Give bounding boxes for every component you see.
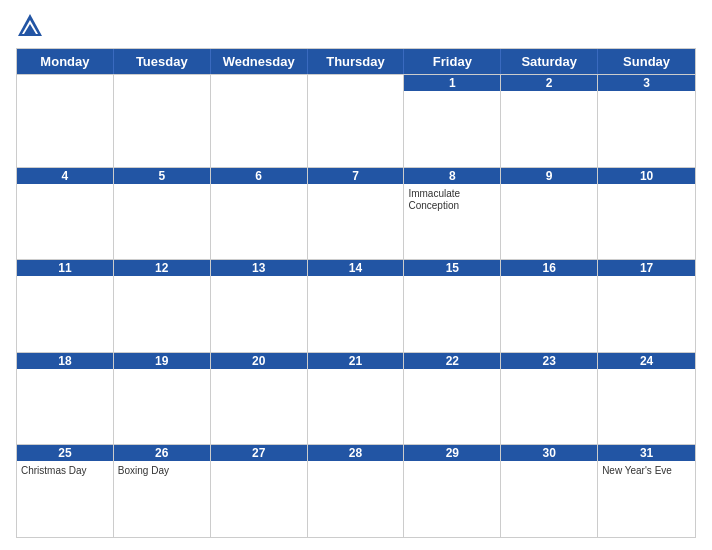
day-number: 26: [114, 445, 210, 461]
day-header-monday: Monday: [17, 49, 114, 74]
day-header-saturday: Saturday: [501, 49, 598, 74]
day-cell: 26Boxing Day: [114, 445, 211, 537]
day-cell: 19: [114, 353, 211, 445]
day-number: 31: [598, 445, 695, 461]
day-cell: 25Christmas Day: [17, 445, 114, 537]
day-cell: 5: [114, 168, 211, 260]
week-row-4: 18192021222324: [17, 352, 695, 445]
day-number: 5: [114, 168, 210, 184]
day-number: 2: [501, 75, 597, 91]
day-number: 24: [598, 353, 695, 369]
day-number: 22: [404, 353, 500, 369]
day-number: [114, 75, 210, 77]
day-header-tuesday: Tuesday: [114, 49, 211, 74]
day-cell: 23: [501, 353, 598, 445]
day-number: 11: [17, 260, 113, 276]
day-cell: 14: [308, 260, 405, 352]
logo: [16, 12, 48, 40]
day-number: 8: [404, 168, 500, 184]
day-number: 14: [308, 260, 404, 276]
day-number: 1: [404, 75, 500, 91]
holiday-name: New Year's Eve: [602, 465, 691, 477]
day-number: 10: [598, 168, 695, 184]
day-cell: 28: [308, 445, 405, 537]
header: [16, 12, 696, 40]
day-cell: 1: [404, 75, 501, 167]
day-number: 17: [598, 260, 695, 276]
week-row-5: 25Christmas Day26Boxing Day2728293031New…: [17, 444, 695, 537]
day-number: 29: [404, 445, 500, 461]
day-cell: [114, 75, 211, 167]
weeks-container: 12345678Immaculate Conception91011121314…: [17, 74, 695, 537]
day-number: [308, 75, 404, 77]
day-cell: 27: [211, 445, 308, 537]
day-number: 15: [404, 260, 500, 276]
day-number: 30: [501, 445, 597, 461]
day-header-wednesday: Wednesday: [211, 49, 308, 74]
day-number: 28: [308, 445, 404, 461]
day-number: 7: [308, 168, 404, 184]
day-cell: 4: [17, 168, 114, 260]
day-cell: 12: [114, 260, 211, 352]
day-cell: 7: [308, 168, 405, 260]
day-header-sunday: Sunday: [598, 49, 695, 74]
day-cell: 17: [598, 260, 695, 352]
day-number: 19: [114, 353, 210, 369]
week-row-3: 11121314151617: [17, 259, 695, 352]
day-number: [211, 75, 307, 77]
day-number: 9: [501, 168, 597, 184]
day-cell: 24: [598, 353, 695, 445]
day-cell: 11: [17, 260, 114, 352]
day-number: 20: [211, 353, 307, 369]
day-cell: 16: [501, 260, 598, 352]
day-cell: 31New Year's Eve: [598, 445, 695, 537]
day-number: 18: [17, 353, 113, 369]
day-cell: 10: [598, 168, 695, 260]
day-number: 27: [211, 445, 307, 461]
day-number: 23: [501, 353, 597, 369]
holiday-name: Immaculate Conception: [408, 188, 496, 212]
week-row-2: 45678Immaculate Conception910: [17, 167, 695, 260]
day-header-thursday: Thursday: [308, 49, 405, 74]
holiday-name: Christmas Day: [21, 465, 109, 477]
day-cell: 20: [211, 353, 308, 445]
day-cell: 8Immaculate Conception: [404, 168, 501, 260]
day-number: 3: [598, 75, 695, 91]
day-cell: [17, 75, 114, 167]
day-number: 25: [17, 445, 113, 461]
day-cell: 30: [501, 445, 598, 537]
holiday-name: Boxing Day: [118, 465, 206, 477]
day-number: 4: [17, 168, 113, 184]
calendar-page: MondayTuesdayWednesdayThursdayFridaySatu…: [0, 0, 712, 550]
day-cell: 6: [211, 168, 308, 260]
day-cell: 21: [308, 353, 405, 445]
week-row-1: 123: [17, 74, 695, 167]
day-cell: 15: [404, 260, 501, 352]
logo-icon: [16, 12, 44, 40]
day-cell: 18: [17, 353, 114, 445]
day-cell: 29: [404, 445, 501, 537]
day-cell: 9: [501, 168, 598, 260]
day-header-friday: Friday: [404, 49, 501, 74]
day-number: 6: [211, 168, 307, 184]
day-number: 13: [211, 260, 307, 276]
day-number: 16: [501, 260, 597, 276]
day-cell: 2: [501, 75, 598, 167]
day-number: [17, 75, 113, 77]
day-cell: 22: [404, 353, 501, 445]
day-number: 12: [114, 260, 210, 276]
day-cell: 13: [211, 260, 308, 352]
day-cell: 3: [598, 75, 695, 167]
calendar-grid: MondayTuesdayWednesdayThursdayFridaySatu…: [16, 48, 696, 538]
day-cell: [211, 75, 308, 167]
day-number: 21: [308, 353, 404, 369]
day-headers-row: MondayTuesdayWednesdayThursdayFridaySatu…: [17, 49, 695, 74]
day-cell: [308, 75, 405, 167]
